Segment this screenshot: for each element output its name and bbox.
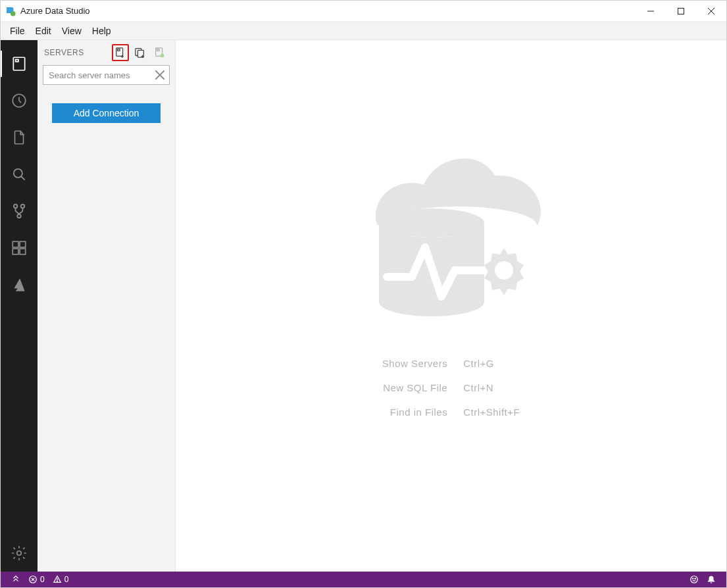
- svg-point-33: [495, 261, 513, 280]
- sidebar-header: SERVERS: [38, 40, 175, 65]
- svg-point-41: [695, 578, 695, 579]
- warning-count: 0: [64, 575, 69, 584]
- svg-point-28: [161, 54, 164, 57]
- explorer-icon[interactable]: [1, 119, 38, 156]
- svg-rect-14: [20, 241, 26, 247]
- app-icon: [5, 5, 16, 17]
- search-servers-box: [43, 65, 170, 85]
- notifications-icon[interactable]: [703, 572, 720, 587]
- svg-point-8: [14, 169, 22, 178]
- sidebar-title: SERVERS: [44, 48, 84, 57]
- menu-view[interactable]: View: [57, 24, 87, 38]
- shortcut-label: Show Servers: [382, 358, 447, 369]
- servers-icon[interactable]: [1, 45, 38, 82]
- new-connection-icon[interactable]: [112, 44, 129, 61]
- svg-point-12: [17, 214, 20, 218]
- feedback-icon[interactable]: [686, 572, 703, 587]
- svg-point-38: [57, 581, 57, 581]
- show-active-connections-icon[interactable]: [151, 44, 168, 61]
- minimize-button[interactable]: [636, 1, 666, 22]
- new-server-group-icon[interactable]: [132, 44, 149, 61]
- shortcut-label: New SQL File: [382, 382, 447, 393]
- add-connection-button[interactable]: Add Connection: [52, 103, 161, 123]
- svg-rect-16: [20, 249, 26, 255]
- search-icon[interactable]: [1, 156, 38, 193]
- svg-point-31: [379, 208, 484, 237]
- activity-bar: [1, 40, 38, 572]
- remote-indicator[interactable]: [7, 572, 24, 587]
- source-control-icon[interactable]: [1, 193, 38, 230]
- azure-icon[interactable]: [1, 266, 38, 303]
- maximize-button[interactable]: [666, 1, 696, 22]
- servers-sidebar: SERVERS Add Co: [38, 40, 176, 572]
- svg-line-9: [21, 176, 24, 180]
- svg-rect-13: [13, 241, 18, 247]
- shortcut-key: Ctrl+Shift+F: [463, 406, 520, 418]
- close-button[interactable]: [696, 1, 726, 22]
- svg-rect-6: [16, 60, 18, 62]
- shortcut-key: Ctrl+N: [463, 382, 520, 393]
- menu-help[interactable]: Help: [87, 24, 116, 38]
- watermark-icon: [346, 119, 557, 331]
- extensions-icon[interactable]: [1, 230, 38, 266]
- problems-errors[interactable]: 0: [24, 572, 49, 587]
- shortcut-label: Find in Files: [382, 406, 447, 418]
- svg-rect-19: [118, 49, 120, 51]
- settings-gear-icon[interactable]: [1, 535, 38, 572]
- svg-rect-27: [157, 49, 160, 51]
- svg-point-11: [21, 205, 24, 208]
- svg-point-40: [693, 578, 693, 579]
- shortcut-key: Ctrl+G: [463, 358, 520, 369]
- svg-point-10: [14, 205, 17, 208]
- window-title: Azure Data Studio: [20, 6, 90, 16]
- menu-edit[interactable]: Edit: [30, 24, 57, 38]
- menu-file[interactable]: File: [5, 24, 30, 38]
- error-count: 0: [40, 575, 45, 584]
- svg-point-39: [691, 576, 698, 583]
- menubar: File Edit View Help: [1, 22, 726, 40]
- titlebar: Azure Data Studio: [1, 1, 726, 22]
- welcome-shortcuts: Show Servers Ctrl+G New SQL File Ctrl+N …: [382, 358, 520, 418]
- editor-welcome: Show Servers Ctrl+G New SQL File Ctrl+N …: [176, 40, 726, 572]
- svg-point-0: [11, 11, 16, 16]
- status-bar: 0 0: [1, 572, 726, 587]
- search-servers-input[interactable]: [43, 66, 169, 84]
- svg-rect-15: [13, 249, 18, 255]
- svg-point-17: [17, 551, 22, 556]
- tasks-icon[interactable]: [1, 82, 38, 119]
- clear-search-icon[interactable]: [153, 68, 166, 82]
- problems-warnings[interactable]: 0: [49, 572, 73, 587]
- svg-rect-2: [678, 8, 684, 14]
